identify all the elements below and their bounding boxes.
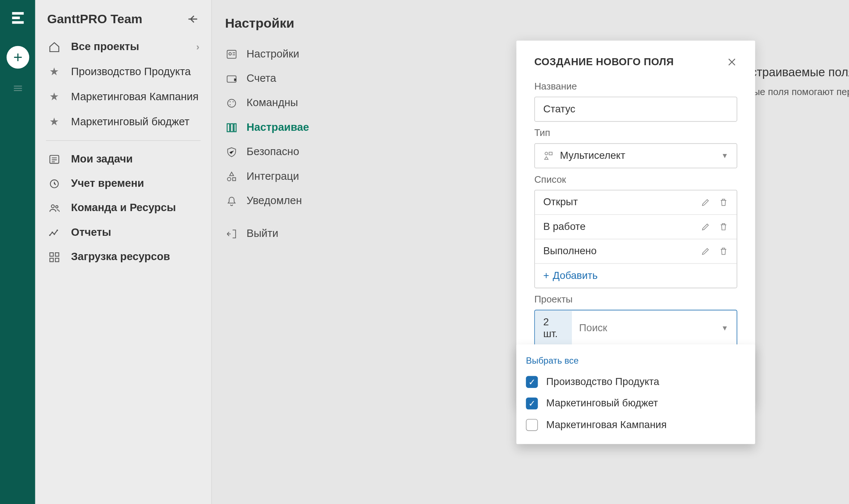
sidebar-item-workload[interactable]: Загрузка ресурсов — [35, 245, 212, 269]
add-label: Добавить — [553, 270, 598, 281]
multiselect-icon — [543, 150, 554, 161]
type-select[interactable]: Мультиселект ▼ — [534, 143, 737, 168]
select-all-link[interactable]: Выбрать все — [526, 353, 745, 371]
sidebar-project-0[interactable]: ★ Производство Продукта — [35, 59, 212, 84]
type-value: Мультиселект — [560, 150, 625, 162]
svg-point-9 — [56, 229, 58, 231]
svg-point-25 — [227, 177, 231, 181]
settings-item-profile[interactable]: Настройки — [225, 42, 319, 66]
svg-point-30 — [545, 152, 548, 155]
options-list: Открыт В работе Выполнено — [534, 190, 737, 288]
grid-icon — [47, 251, 62, 263]
logout-icon — [225, 228, 238, 239]
svg-point-5 — [56, 205, 58, 207]
people-icon — [47, 202, 62, 214]
settings-item-security[interactable]: Безопасно — [225, 140, 319, 164]
projects-count: 2 шт. — [535, 310, 572, 346]
checkbox-icon[interactable] — [526, 419, 538, 431]
name-input[interactable] — [534, 97, 737, 122]
list-item[interactable]: Выполнено — [535, 239, 737, 264]
sidebar-item-label: Учет времени — [71, 177, 144, 190]
delete-icon[interactable] — [719, 246, 728, 256]
list-item-label: Выполнено — [543, 245, 597, 257]
add-option-button[interactable]: +Добавить — [535, 264, 737, 288]
sidebar-item-label: Маркетинговый бюджет — [71, 115, 189, 128]
sidebar-item-all-projects[interactable]: Все проекты › — [35, 35, 212, 59]
columns-icon — [225, 122, 238, 133]
sidebar-item-label: Загрузка ресурсов — [71, 251, 170, 263]
sidebar-item-reports[interactable]: Отчеты — [35, 220, 212, 245]
close-icon[interactable] — [727, 57, 737, 67]
projects-combo[interactable]: 2 шт. ▼ — [534, 310, 737, 347]
sidebar-item-time-tracking[interactable]: Учет времени — [35, 171, 212, 196]
settings-item-label: Безопасно — [247, 146, 299, 158]
settings-item-label: Счета — [247, 72, 276, 85]
dropdown-option[interactable]: ✓ Производство Продукта — [526, 371, 745, 393]
projects-search-input[interactable] — [572, 316, 713, 340]
settings-item-logout[interactable]: Выйти — [225, 221, 319, 246]
list-item[interactable]: Открыт — [535, 190, 737, 215]
sidebar-item-my-tasks[interactable]: Мои задачи — [35, 147, 212, 171]
svg-rect-23 — [231, 123, 233, 132]
edit-icon[interactable] — [701, 222, 710, 232]
svg-point-8 — [53, 233, 55, 235]
dropdown-option[interactable]: ✓ Маркетинговый бюджет — [526, 393, 745, 414]
shapes-icon — [225, 171, 238, 182]
collapse-sidebar-icon[interactable] — [186, 13, 199, 26]
menu-toggle-icon[interactable] — [12, 83, 23, 94]
svg-rect-24 — [234, 123, 236, 132]
checkbox-icon[interactable]: ✓ — [526, 398, 538, 409]
settings-title: Настройки — [225, 15, 319, 31]
edit-icon[interactable] — [701, 197, 710, 207]
option-label: Маркетинговая Кампания — [546, 419, 667, 431]
sidebar-project-2[interactable]: ★ Маркетинговый бюджет — [35, 109, 212, 134]
option-label: Производство Продукта — [546, 376, 659, 388]
svg-rect-12 — [50, 258, 53, 261]
create-button[interactable] — [6, 46, 29, 69]
edit-icon[interactable] — [701, 246, 710, 256]
svg-point-21 — [230, 104, 231, 105]
sidebar-item-label: Маркетинговая Кампания — [71, 90, 199, 103]
checkbox-icon[interactable]: ✓ — [526, 376, 538, 388]
app-logo[interactable] — [0, 0, 35, 35]
separator — [46, 140, 201, 141]
settings-item-label: Настройки — [247, 48, 299, 60]
delete-icon[interactable] — [719, 197, 728, 207]
sidebar-project-1[interactable]: ★ Маркетинговая Кампания — [35, 84, 212, 109]
svg-point-15 — [229, 52, 231, 55]
delete-icon[interactable] — [719, 222, 728, 232]
svg-point-7 — [52, 231, 53, 233]
svg-point-17 — [234, 79, 235, 80]
home-icon — [47, 41, 62, 53]
tasks-icon — [47, 153, 62, 165]
sidebar-item-team[interactable]: Команда и Ресурсы — [35, 196, 212, 220]
settings-item-integrations[interactable]: Интеграци — [225, 164, 319, 189]
svg-rect-31 — [549, 152, 552, 155]
dropdown-option[interactable]: Маркетинговая Кампания — [526, 414, 745, 435]
settings-item-label: Настраивае — [247, 121, 309, 134]
projects-label: Проекты — [534, 294, 737, 305]
svg-rect-22 — [227, 123, 230, 132]
clock-icon — [47, 178, 62, 189]
modal-title: СОЗДАНИЕ НОВОГО ПОЛЯ — [534, 56, 674, 68]
projects-dropdown: Выбрать все ✓ Производство Продукта ✓ Ма… — [516, 344, 755, 444]
option-label: Маркетинговый бюджет — [546, 398, 658, 409]
settings-item-accounts[interactable]: Счета — [225, 66, 319, 91]
list-item-label: В работе — [543, 221, 586, 232]
settings-item-team[interactable]: Командны — [225, 91, 319, 115]
settings-item-notifications[interactable]: Уведомлен — [225, 189, 319, 213]
settings-item-label: Выйти — [247, 227, 278, 240]
sidebar-item-label: Мои задачи — [71, 153, 133, 165]
nav-rail — [0, 0, 35, 504]
star-icon: ★ — [47, 65, 62, 78]
settings-nav: Настройки Настройки Счета — [212, 0, 319, 504]
list-item[interactable]: В работе — [535, 215, 737, 239]
settings-item-label: Командны — [247, 97, 298, 109]
shield-icon — [225, 146, 238, 158]
settings-item-custom-fields[interactable]: Настраивае — [225, 115, 319, 140]
svg-point-20 — [233, 101, 234, 102]
sidebar-item-label: Все проекты — [71, 41, 139, 53]
name-label: Название — [534, 81, 737, 92]
svg-rect-26 — [233, 177, 235, 180]
caret-down-icon: ▼ — [721, 151, 728, 160]
